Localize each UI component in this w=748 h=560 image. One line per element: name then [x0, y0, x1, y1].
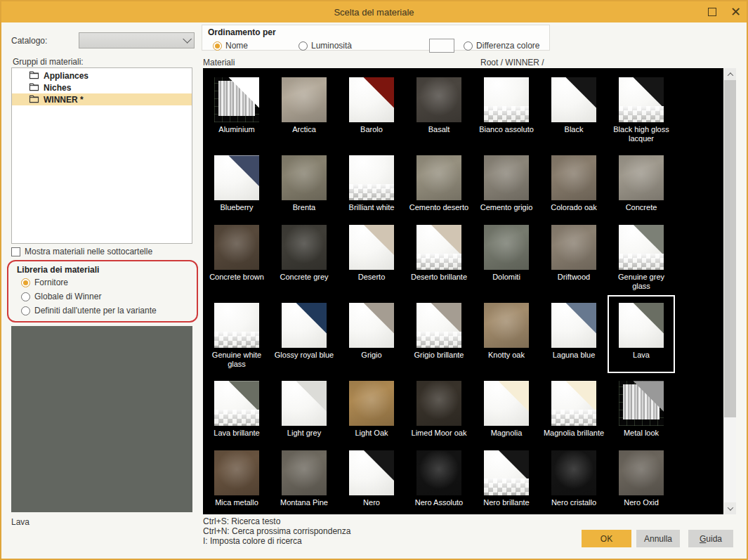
library-group-annotation: Libreria dei materiali FornitoreGlobale … [7, 260, 198, 323]
material-magnolia[interactable]: Magnolia [473, 373, 540, 442]
material-deserto[interactable]: Deserto [338, 217, 405, 295]
materials-scrollbar[interactable] [724, 68, 736, 514]
material-nero-oxid[interactable]: Nero Oxid [608, 443, 675, 512]
radio-icon[interactable] [298, 41, 308, 51]
material-cemento-deserto[interactable]: Cemento deserto [405, 148, 473, 216]
radio-icon[interactable] [464, 41, 473, 51]
material-concrete-grey[interactable]: Concrete grey [270, 217, 338, 295]
sort-option-luminosità[interactable]: Luminosità [298, 41, 352, 51]
material-colorado-oak[interactable]: Colorado oak [540, 148, 608, 216]
material-genuine-grey-glass[interactable]: Genuine grey glass [608, 217, 675, 295]
material-magnolia-brillante[interactable]: Magnolia brillante [540, 373, 608, 442]
corner-triangle [349, 225, 394, 270]
material-cemento-grigio[interactable]: Cemento grigio [473, 148, 540, 216]
material-basalt[interactable]: Basalt [405, 70, 473, 148]
material-groups-tree[interactable]: AppliancesNichesWINNER * [11, 67, 192, 244]
library-option-globale-di-winner[interactable]: Globale di Winner [21, 292, 157, 301]
maximize-icon[interactable] [708, 8, 716, 16]
scroll-up-button[interactable] [724, 68, 736, 80]
material-genuine-white-glass[interactable]: Genuine white glass [203, 295, 270, 373]
library-option-definiti-dall-utente-per-la-variante[interactable]: Definiti dall'utente per la variante [21, 306, 157, 315]
library-option-label: Fornitore [34, 278, 68, 287]
material-thumbnail [484, 225, 529, 270]
material-bianco-assoluto[interactable]: Bianco assoluto [473, 70, 540, 148]
material-thumbnail [349, 77, 394, 122]
radio-icon[interactable] [21, 306, 30, 315]
material-nero-assoluto[interactable]: Nero Assoluto [405, 443, 473, 512]
material-dolomiti[interactable]: Dolomiti [473, 217, 540, 295]
material-thumbnail [551, 303, 596, 348]
material-lava[interactable]: Lava [608, 295, 675, 373]
search-color-swatch[interactable] [429, 39, 454, 53]
material-blueberry[interactable]: Blueberry [203, 148, 270, 216]
catalog-dropdown[interactable] [79, 32, 195, 48]
help-button[interactable]: Guida [688, 530, 733, 547]
tree-item-appliances[interactable]: Appliances [12, 70, 192, 82]
cancel-button[interactable]: Annulla [636, 530, 680, 547]
material-black[interactable]: Black [540, 70, 608, 148]
material-laguna-blue[interactable]: Laguna blue [540, 295, 608, 373]
material-name: Concrete grey [280, 273, 328, 282]
radio-icon[interactable] [21, 292, 30, 301]
radio-icon[interactable] [213, 41, 222, 51]
material-metal-look[interactable]: Metal look [608, 373, 675, 442]
material-thumbnail [484, 77, 529, 122]
close-icon[interactable]: ✕ [730, 8, 741, 16]
material-barolo[interactable]: Barolo [338, 70, 405, 148]
material-driftwood[interactable]: Driftwood [540, 217, 608, 295]
sort-option-nome[interactable]: Nome [213, 41, 248, 51]
checkered-floor [416, 254, 461, 270]
material-brilliant-white[interactable]: Brilliant white [338, 148, 405, 216]
material-light-oak[interactable]: Light Oak [338, 373, 405, 442]
material-grigio-brillante[interactable]: Grigio brillante [405, 295, 473, 373]
material-montana-pine[interactable]: Montana Pine [270, 443, 338, 512]
material-brenta[interactable]: Brenta [270, 148, 338, 216]
material-deserto-brillante[interactable]: Deserto brillante [405, 217, 473, 295]
checkbox-icon[interactable] [11, 247, 20, 256]
material-grigio[interactable]: Grigio [338, 295, 405, 373]
material-mica-metallo[interactable]: Mica metallo [203, 443, 270, 512]
title-bar[interactable]: Scelta del materiale ✕ [1, 1, 747, 22]
material-nero-cristallo[interactable]: Nero cristallo [540, 443, 608, 512]
material-thumbnail [282, 77, 327, 122]
breadcrumb: Root / WINNER / [480, 58, 544, 67]
material-thumbnail [551, 450, 596, 495]
material-black-high-gloss-lacquer[interactable]: Black high gloss lacquer [608, 70, 675, 148]
material-limed-moor-oak[interactable]: Limed Moor oak [405, 373, 473, 442]
material-nero[interactable]: Nero [338, 443, 405, 512]
material-glossy-royal-blue[interactable]: Glossy royal blue [270, 295, 338, 373]
corner-triangle [551, 77, 596, 122]
material-knotty-oak[interactable]: Knotty oak [473, 295, 540, 373]
material-aluminium[interactable]: Aluminium [203, 70, 270, 148]
checkered-floor [619, 106, 664, 122]
tree-item-niches[interactable]: Niches [12, 82, 192, 93]
material-concrete[interactable]: Concrete [608, 148, 675, 216]
material-arctica[interactable]: Arctica [270, 70, 338, 148]
material-name: Brilliant white [349, 203, 395, 212]
material-name: Grigio brillante [414, 351, 464, 360]
material-name: Metal look [624, 429, 659, 438]
library-option-fornitore[interactable]: Fornitore [21, 278, 157, 287]
sort-panel: Ordinamento per NomeLuminositàDifferenza… [202, 25, 550, 51]
checkered-floor [484, 106, 529, 122]
show-subfolders-checkbox[interactable]: Mostra materiali nelle sottocartelle [11, 247, 152, 256]
shortcut-line: I: Imposta colore di ricerca [203, 536, 350, 546]
library-title: Libreria dei materiali [17, 265, 99, 275]
tree-item-winner-[interactable]: WINNER * [12, 93, 192, 105]
chevron-down-icon [183, 34, 192, 44]
material-nero-brillante[interactable]: Nero brillante [473, 443, 540, 512]
material-thumbnail [214, 303, 259, 348]
material-thumbnail [416, 303, 461, 348]
ok-button[interactable]: OK [582, 530, 631, 547]
material-concrete-brown[interactable]: Concrete brown [203, 217, 270, 295]
sort-option-differenza-colore[interactable]: Differenza colore [429, 39, 540, 53]
material-light-grey[interactable]: Light grey [270, 373, 338, 442]
scrollbar-thumb[interactable] [724, 80, 736, 417]
material-thumbnail [349, 225, 394, 270]
material-preview [11, 326, 192, 512]
scroll-down-button[interactable] [724, 502, 736, 514]
radio-icon[interactable] [21, 278, 30, 287]
material-selection-dialog: Scelta del materiale ✕ Catalogo: Ordinam… [0, 0, 748, 560]
material-name: Grigio [361, 351, 381, 360]
material-lava-brillante[interactable]: Lava brillante [203, 373, 270, 442]
